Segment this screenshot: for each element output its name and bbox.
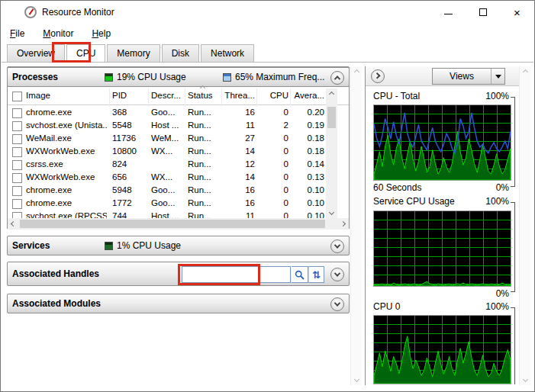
cell-threads: 14 xyxy=(224,172,255,182)
cell-threads: 16 xyxy=(224,185,255,194)
services-cpu-usage-label: 1% CPU Usage xyxy=(117,240,181,251)
cell-average-cpu: 0.10 xyxy=(292,198,324,207)
row-checkbox[interactable] xyxy=(12,199,22,209)
scroll-down-arrow[interactable] xyxy=(520,374,531,385)
title-bar[interactable]: Resource Monitor × xyxy=(1,1,534,24)
column-header-cpu[interactable]: CPU xyxy=(258,91,288,100)
cell-threads: 12 xyxy=(224,159,255,169)
scroll-up-arrow[interactable] xyxy=(326,88,337,100)
max-frequency-legend-icon xyxy=(223,73,231,82)
cell-description: Goo... xyxy=(151,108,185,117)
row-checkbox[interactable] xyxy=(12,173,22,183)
column-header-description[interactable]: Descr... xyxy=(151,91,185,100)
minimize-button[interactable] xyxy=(431,1,466,24)
table-row[interactable]: svchost.exe (Unista... 5548 Host ... Run… xyxy=(8,120,326,133)
maximize-icon xyxy=(479,8,487,16)
cell-image: svchost.exe (RPCSS xyxy=(26,211,107,218)
table-row[interactable]: chrome.exe 1772 Goo... Run... 16 0 0.10 xyxy=(8,198,326,210)
process-table-header[interactable]: Image PID Descr... Status Threa... CPU A… xyxy=(8,88,349,105)
scroll-down-arrow[interactable] xyxy=(326,207,337,218)
tab-cpu[interactable]: CPU xyxy=(66,44,105,62)
scrollbar-thumb[interactable] xyxy=(20,220,325,228)
scroll-right-arrow[interactable] xyxy=(337,218,349,230)
table-row[interactable]: WXWorkWeb.exe 10800 WX... Run... 14 0 0.… xyxy=(8,146,326,159)
cell-status: Run... xyxy=(188,159,221,169)
associated-handles-section-bar[interactable]: Associated Handles ⇅ xyxy=(7,262,350,286)
search-button[interactable] xyxy=(292,266,308,283)
menu-help[interactable]: Help xyxy=(85,26,117,41)
handles-search-input[interactable] xyxy=(182,266,291,283)
refresh-search-button[interactable]: ⇅ xyxy=(308,266,324,283)
cell-cpu: 2 xyxy=(258,120,288,130)
services-section-bar[interactable]: Services 1% CPU Usage xyxy=(7,236,350,255)
cpu-total-footer-row: 60 Seconds 0% xyxy=(373,182,509,193)
cell-status: Run... xyxy=(188,146,221,156)
caret-down-icon xyxy=(495,75,501,79)
tab-disk[interactable]: Disk xyxy=(162,44,199,62)
scrollbar-thumb[interactable] xyxy=(327,107,336,128)
row-checkbox[interactable] xyxy=(12,160,22,170)
chevron-down-icon xyxy=(334,270,340,276)
column-header-pid[interactable]: PID xyxy=(112,91,147,100)
cell-pid: 11736 xyxy=(112,133,147,143)
pane-expand-button[interactable] xyxy=(371,69,385,83)
cell-description: Goo... xyxy=(151,185,185,194)
tab-bar: Overview CPU Memory Disk Network xyxy=(7,44,256,62)
menu-bar: File Monitor Help xyxy=(4,26,117,41)
table-row[interactable]: chrome.exe 5948 Goo... Run... 16 0 0.10 xyxy=(8,185,326,198)
menu-monitor[interactable]: Monitor xyxy=(37,26,79,41)
cpu-usage-label: 19% CPU Usage xyxy=(117,72,186,82)
scroll-down-arrow[interactable] xyxy=(351,374,363,385)
table-row[interactable]: csrss.exe 824 Run... 12 0 0.14 xyxy=(8,159,326,172)
processes-header-bar[interactable]: Processes 19% CPU Usage 65% Maximum Freq… xyxy=(7,67,350,87)
left-pane-scrollbar[interactable] xyxy=(350,66,362,385)
graphs-pane-scrollbar[interactable] xyxy=(519,66,530,385)
cell-status: Run... xyxy=(188,120,221,130)
close-button[interactable]: × xyxy=(500,1,534,24)
cell-pid: 824 xyxy=(112,159,147,169)
tab-network[interactable]: Network xyxy=(201,44,254,62)
row-checkbox[interactable] xyxy=(12,121,22,131)
column-header-threads[interactable]: Threa... xyxy=(224,91,255,100)
cell-status: Run... xyxy=(188,198,221,207)
table-row[interactable]: WeMail.exe 11736 WeM... Run... 27 0 0.18 xyxy=(8,133,326,146)
column-header-status[interactable]: Status xyxy=(188,91,221,100)
services-expand-button[interactable] xyxy=(330,239,344,253)
menu-file[interactable]: File xyxy=(4,26,31,41)
cell-pid: 656 xyxy=(112,172,147,182)
processes-collapse-button[interactable] xyxy=(330,71,344,85)
scroll-up-arrow[interactable] xyxy=(520,66,531,78)
cell-image: csrss.exe xyxy=(26,159,107,169)
table-row[interactable]: chrome.exe 368 Goo... Run... 16 0 0.20 xyxy=(8,107,326,120)
services-cpu-legend-icon xyxy=(105,242,113,250)
graph-title: CPU 0 xyxy=(373,301,400,312)
table-row[interactable]: svchost.exe (RPCSS 744 Host ... Run... 1… xyxy=(8,210,326,218)
cell-image: WXWorkWeb.exe xyxy=(26,172,107,182)
modules-expand-button[interactable] xyxy=(330,297,344,311)
row-checkbox[interactable] xyxy=(12,108,22,118)
scroll-left-arrow[interactable] xyxy=(8,218,19,230)
minimize-icon xyxy=(444,14,453,14)
handles-expand-button[interactable] xyxy=(330,268,344,281)
scroll-up-arrow[interactable] xyxy=(351,66,363,78)
graph-title: Service CPU Usage xyxy=(373,196,455,207)
column-header-image[interactable]: Image xyxy=(26,91,107,100)
maximize-button[interactable] xyxy=(466,1,500,24)
table-horizontal-scrollbar[interactable] xyxy=(8,218,349,230)
row-checkbox[interactable] xyxy=(12,147,22,157)
views-button[interactable]: Views xyxy=(432,68,505,85)
select-all-checkbox[interactable] xyxy=(12,92,22,101)
tab-memory[interactable]: Memory xyxy=(107,44,160,62)
views-dropdown-arrow[interactable] xyxy=(491,69,504,84)
row-checkbox[interactable] xyxy=(12,134,22,144)
row-checkbox[interactable] xyxy=(12,212,22,218)
table-row[interactable]: WXWorkWeb.exe 656 WX... Run... 14 0 0.13 xyxy=(8,172,326,185)
scale-bracket xyxy=(511,202,515,292)
associated-modules-section-bar[interactable]: Associated Modules xyxy=(7,294,350,313)
table-vertical-scrollbar[interactable] xyxy=(326,88,337,218)
tab-overview[interactable]: Overview xyxy=(7,44,65,62)
cell-description: WX... xyxy=(151,146,185,156)
tab-divider xyxy=(2,62,533,63)
row-checkbox[interactable] xyxy=(12,186,22,196)
column-header-average-cpu[interactable]: Avera... xyxy=(292,91,324,100)
